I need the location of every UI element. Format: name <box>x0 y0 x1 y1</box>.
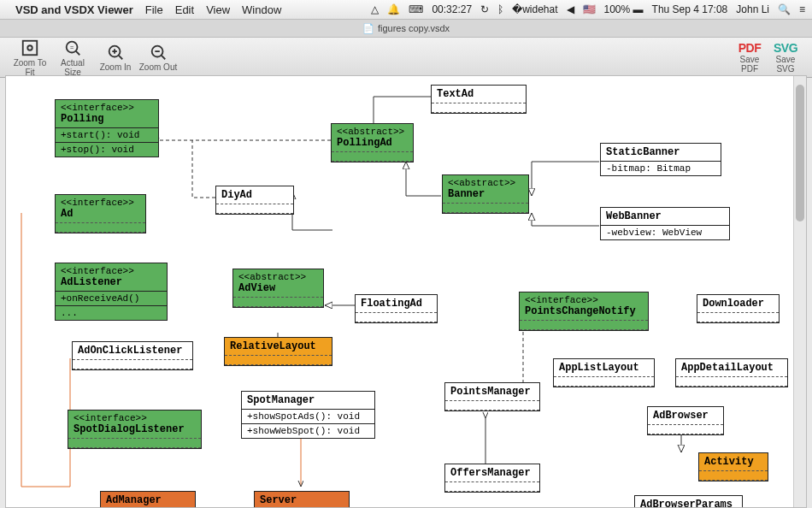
class-polling[interactable]: <<interface>>Polling +start(): void +sto… <box>55 99 159 157</box>
class-diyad[interactable]: DiyAd <box>215 186 294 215</box>
menu-file[interactable]: File <box>145 3 163 16</box>
class-textad[interactable]: TextAd <box>431 85 527 114</box>
svg-line-10 <box>162 56 166 60</box>
class-pollingad[interactable]: <<abstract>>PollingAd <box>331 123 414 162</box>
sync-icon[interactable]: ↻ <box>480 3 489 15</box>
timer: 00:32:27 <box>432 3 472 15</box>
svg-rect-0 <box>23 40 38 55</box>
class-staticbanner[interactable]: StaticBanner -bitmap: Bitmap <box>600 143 721 176</box>
class-pointschangenotify[interactable]: <<interface>>PointsChangeNotify <box>519 292 649 331</box>
notify-icon[interactable]: 🔔 <box>387 3 400 15</box>
bluetooth-icon[interactable]: ᛒ <box>497 3 503 15</box>
volume-icon[interactable]: ◀ <box>567 3 574 15</box>
app-name[interactable]: VSD and VSDX Viewer <box>15 3 133 16</box>
doc-icon: 📄 <box>362 23 374 34</box>
class-adview[interactable]: <<abstract>>AdView <box>232 269 324 308</box>
zoom-in-button[interactable]: Zoom In <box>94 43 137 72</box>
svg-line-6 <box>119 56 123 60</box>
canvas-viewport[interactable]: <<interface>>Polling +start(): void +sto… <box>5 75 807 508</box>
class-adlistener[interactable]: <<interface>>AdListener +onReceiveAd() .… <box>55 263 168 321</box>
class-spotdialog[interactable]: <<interface>>SpotDialogListener <box>68 410 202 449</box>
zoom-out-button[interactable]: Zoom Out <box>137 43 179 72</box>
scrollbar-thumb[interactable] <box>796 85 804 222</box>
class-downloader[interactable]: Downloader <box>697 294 780 323</box>
class-banner[interactable]: <<abstract>>Banner <box>442 174 529 214</box>
flag-icon[interactable]: 🇺🇸 <box>583 3 596 15</box>
zoom-to-fit-button[interactable]: Zoom To Fit <box>9 38 51 77</box>
menu-window[interactable]: Window <box>242 3 281 16</box>
class-floatingad[interactable]: FloatingAd <box>355 294 438 323</box>
class-ad[interactable]: <<interface>>Ad <box>55 194 146 233</box>
svg-line-3 <box>76 50 80 55</box>
class-appdetaillayout[interactable]: AppDetailLayout <box>675 358 788 387</box>
class-applistlayout[interactable]: AppListLayout <box>553 358 655 387</box>
spotlight-icon[interactable]: 🔍 <box>778 3 791 15</box>
user[interactable]: John Li <box>736 3 769 15</box>
toolbar: Zoom To Fit = Actual Size Zoom In Zoom O… <box>0 38 812 78</box>
notification-center-icon[interactable]: ≡ <box>799 3 805 15</box>
menubar: VSD and VSDX Viewer File Edit View Windo… <box>0 0 812 20</box>
window-titlebar: 📄 figures copy.vsdx <box>0 20 812 38</box>
svg-point-1 <box>27 45 32 50</box>
class-webbanner[interactable]: WebBanner -webview: WebView <box>600 207 730 240</box>
doc-title: figures copy.vsdx <box>378 23 450 33</box>
class-admanager[interactable]: AdManager <box>100 491 196 508</box>
menu-edit[interactable]: Edit <box>175 3 194 16</box>
class-server[interactable]: Server <box>254 491 350 508</box>
save-svg-button[interactable]: SVG Save SVG <box>768 41 803 74</box>
class-relativelayout[interactable]: RelativeLayout <box>224 337 332 366</box>
class-adbrowser[interactable]: AdBrowser <box>647 406 724 435</box>
class-offersmanager[interactable]: OffersManager <box>444 464 540 493</box>
class-adbrowserparams[interactable]: AdBrowserParams <box>634 495 743 508</box>
class-activity[interactable]: Activity <box>698 452 768 481</box>
wifi-icon[interactable]: �widehat <box>512 3 557 15</box>
keyboard-icon[interactable]: ⌨ <box>409 3 423 15</box>
drive-icon[interactable]: △ <box>371 3 379 15</box>
diagram-canvas[interactable]: <<interface>>Polling +start(): void +sto… <box>6 76 794 507</box>
class-spotmanager[interactable]: SpotManager +showSpotAds(): void +showWe… <box>241 391 375 439</box>
date: Thu Sep 4 17:08 <box>652 3 728 15</box>
menu-view[interactable]: View <box>206 3 230 16</box>
vertical-scrollbar[interactable] <box>793 76 806 507</box>
class-adonclick[interactable]: AdOnClickListener <box>72 341 193 370</box>
save-pdf-button[interactable]: PDF Save PDF <box>732 41 768 74</box>
actual-size-button[interactable]: = Actual Size <box>51 38 94 77</box>
svg-text:=: = <box>70 43 74 50</box>
battery: 100% ▬ <box>604 3 644 15</box>
class-pointsmanager[interactable]: PointsManager <box>444 382 540 411</box>
